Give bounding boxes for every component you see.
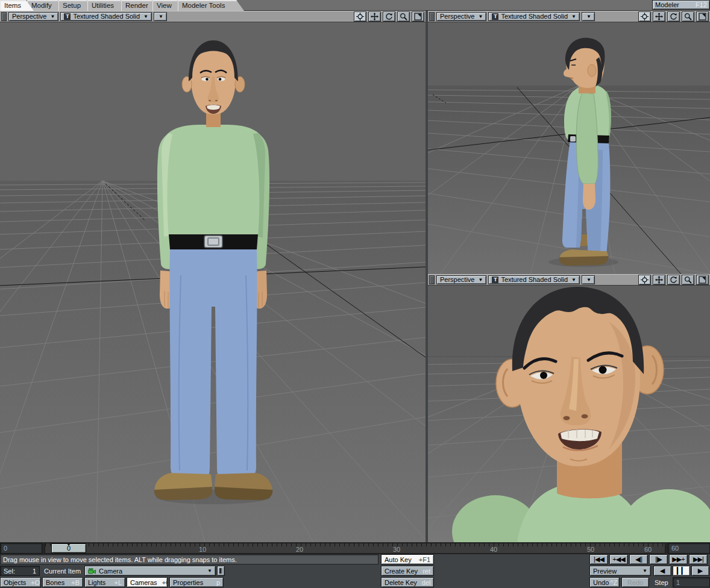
- center-view-button[interactable]: [638, 11, 651, 22]
- axis-lines: [0, 184, 426, 357]
- magnifier-icon: [684, 276, 692, 284]
- timeline-ruler[interactable]: 10 20 30 40 50 60 0: [45, 543, 665, 554]
- chevron-down-icon: ▼: [143, 14, 148, 19]
- maximize-view-button[interactable]: [696, 11, 709, 22]
- lightwave-layout-window: Items Modify Setup Utilities Render View…: [0, 0, 710, 588]
- zoom-view-button[interactable]: [682, 11, 694, 22]
- item-list-button[interactable]: [217, 566, 225, 576]
- objects-mode-button[interactable]: Objects +O: [0, 577, 41, 587]
- timeline-end-frame-field[interactable]: 60: [668, 543, 710, 554]
- zoom-view-button[interactable]: [397, 11, 410, 22]
- chevron-down-icon: ▼: [478, 277, 483, 283]
- pan-icon: [371, 13, 379, 20]
- center-view-button[interactable]: [638, 275, 651, 285]
- zoom-view-button[interactable]: [682, 275, 694, 285]
- current-item-dropdown[interactable]: Camera ▼: [84, 566, 216, 576]
- center-view-icon: [641, 276, 649, 284]
- camera-item-icon: [88, 568, 96, 574]
- axis-lines: [428, 87, 710, 274]
- viewport-top-right-canvas[interactable]: [428, 22, 710, 274]
- pan-view-button[interactable]: [653, 275, 665, 285]
- shading-mode-dropdown[interactable]: T Textured Shaded Solid ▼: [488, 12, 580, 21]
- maximize-view-button[interactable]: [412, 11, 424, 22]
- character-model-front: [154, 40, 273, 504]
- lights-mode-button[interactable]: Lights +L: [84, 577, 125, 587]
- view-mode-dropdown[interactable]: Perspective ▼: [436, 275, 486, 284]
- tab-modeler-tools[interactable]: Modeler Tools: [178, 0, 244, 11]
- pause-button[interactable]: ▎▎: [673, 566, 690, 576]
- viewport-top-right-header: Perspective ▼ T Textured Shaded Solid ▼ …: [428, 11, 710, 22]
- timeline-start-frame-field[interactable]: 0: [0, 543, 42, 554]
- chevron-down-icon: ▼: [571, 277, 576, 283]
- play-reverse-button[interactable]: ◀: [653, 566, 671, 576]
- viewport-options-dropdown[interactable]: ▼: [582, 12, 595, 21]
- pan-view-button[interactable]: [653, 11, 665, 22]
- play-reverse-icon: ◀: [660, 567, 665, 575]
- modeler-switch-button[interactable]: Modeler F12: [652, 0, 710, 10]
- create-key-button[interactable]: Create Key ret: [381, 566, 434, 576]
- step-back-button[interactable]: ◀||: [629, 554, 648, 565]
- magnifier-icon: [400, 13, 407, 20]
- redo-button[interactable]: Redo: [621, 577, 649, 587]
- frame-label: 60: [644, 546, 652, 553]
- center-view-icon: [641, 13, 649, 20]
- chevron-down-icon: ▼: [50, 14, 55, 19]
- rotate-view-button[interactable]: [383, 11, 395, 22]
- undo-button[interactable]: Undo ^Z: [589, 577, 620, 587]
- viewport-options-dropdown[interactable]: ▼: [154, 12, 167, 21]
- delete-key-button[interactable]: Delete Key del: [381, 577, 434, 587]
- selection-count: 1: [33, 568, 36, 575]
- modeler-shortcut: F12: [696, 1, 707, 8]
- chevron-down-icon: ▼: [642, 568, 647, 574]
- viewport-top-right: Perspective ▼ T Textured Shaded Solid ▼ …: [428, 11, 710, 274]
- view-mode-dropdown[interactable]: Perspective ▼: [436, 12, 486, 21]
- viewport-main-canvas[interactable]: [0, 22, 426, 542]
- pan-icon: [655, 13, 663, 20]
- timeline-ticks: [45, 543, 665, 546]
- rotate-view-button[interactable]: [667, 11, 680, 22]
- preview-dropdown[interactable]: Preview ▼: [589, 566, 651, 576]
- viewport-bottom-right: Perspective ▼ T Textured Shaded Solid ▼ …: [428, 274, 710, 542]
- shading-mode-dropdown[interactable]: T Textured Shaded Solid ▼: [60, 12, 152, 21]
- viewport-grip[interactable]: [1, 12, 7, 21]
- list-icon: [219, 568, 222, 574]
- pause-icon: ▎▎: [677, 567, 686, 575]
- timeline-scrubber[interactable]: 0: [51, 543, 86, 553]
- viewport-main: Perspective ▼ T Textured Shaded Solid ▼ …: [0, 11, 426, 542]
- rotate-icon: [670, 13, 677, 20]
- viewport-grip[interactable]: [429, 12, 435, 21]
- shading-mode-dropdown[interactable]: T Textured Shaded Solid ▼: [488, 275, 580, 284]
- selection-count-field: Sel: 1: [0, 566, 40, 576]
- maximize-icon: [699, 276, 706, 284]
- magnifier-icon: [684, 13, 692, 20]
- previous-keyframe-button[interactable]: +◀◀: [609, 554, 628, 565]
- auto-key-toggle[interactable]: Auto Key +F1: [381, 554, 434, 565]
- rotate-view-button[interactable]: [667, 275, 680, 285]
- step-label: Step: [655, 577, 668, 587]
- pan-icon: [655, 276, 663, 284]
- step-forward-button[interactable]: ||▶: [649, 554, 668, 565]
- frame-label: 10: [199, 546, 206, 553]
- view-mode-dropdown[interactable]: Perspective ▼: [8, 12, 58, 21]
- step-value-field[interactable]: 1: [673, 577, 710, 587]
- viewport-grip[interactable]: [429, 275, 435, 284]
- ground-plane-grid: [428, 286, 710, 542]
- center-view-button[interactable]: [354, 11, 366, 22]
- character-model-closeup: [452, 287, 710, 542]
- viewport-bottom-right-canvas[interactable]: [428, 286, 710, 542]
- maximize-view-button[interactable]: [696, 275, 709, 285]
- rotate-icon: [385, 13, 393, 20]
- properties-button[interactable]: Properties p: [169, 577, 224, 587]
- play-forward-button[interactable]: ▶: [691, 566, 709, 576]
- cameras-mode-button[interactable]: Cameras +C: [127, 577, 168, 587]
- frame-label: 50: [587, 546, 594, 553]
- bones-mode-button[interactable]: Bones +B: [42, 577, 83, 587]
- maximize-icon: [699, 13, 706, 20]
- pan-view-button[interactable]: [368, 11, 381, 22]
- go-to-first-frame-button[interactable]: |◀◀: [589, 554, 608, 565]
- chevron-down-icon: ▼: [478, 14, 483, 19]
- viewport-options-dropdown[interactable]: ▼: [582, 275, 595, 284]
- frame-label: 40: [490, 546, 497, 553]
- next-keyframe-button[interactable]: ▶▶+: [669, 554, 688, 565]
- go-to-last-frame-button[interactable]: ▶▶|: [689, 554, 708, 565]
